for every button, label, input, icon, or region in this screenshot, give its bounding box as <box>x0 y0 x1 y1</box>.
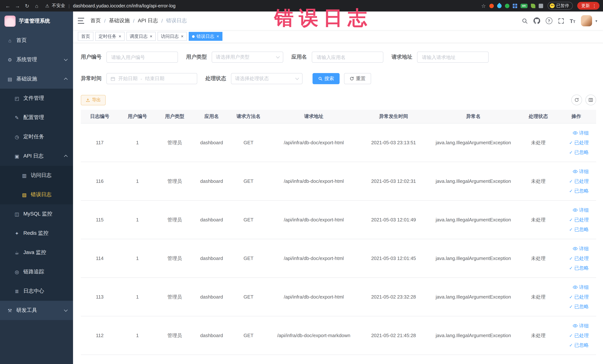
user-type-select[interactable]: 请选择用户类型 <box>212 52 283 63</box>
browser-profile-button[interactable]: 已暂停 <box>547 2 573 10</box>
sidebar-item-mysql-monitor[interactable]: ◫MySQL 监控 <box>0 204 73 224</box>
extension-icon-drop[interactable] <box>496 3 502 9</box>
table-row: 1161管理员dashboardGET/api/infra/db-doc/exp… <box>81 162 596 200</box>
row-action-detail[interactable]: 详细 <box>558 128 589 138</box>
tab-close-icon[interactable]: × <box>150 34 152 39</box>
security-warning-icon[interactable]: ⚠ <box>45 3 49 8</box>
app-logo-row[interactable]: 芋道管理系统 <box>0 12 73 31</box>
url-text[interactable]: dashboard.yudao.iocoder.cn/infra/log/api… <box>73 3 175 8</box>
browser-update-button[interactable]: 更新 ⋮ <box>577 2 600 10</box>
tab-close-icon[interactable]: × <box>217 34 219 39</box>
font-size-icon[interactable]: TT <box>570 18 575 23</box>
column-settings-button[interactable] <box>585 94 596 105</box>
sidebar-item-infrastructure[interactable]: ▤基础设施 <box>0 69 73 89</box>
row-action-detail[interactable]: 详细 <box>558 321 589 331</box>
user-id-input-field[interactable] <box>110 54 174 60</box>
row-action-ignore[interactable]: ✓已忽略 <box>558 186 589 196</box>
sidebar-item-config-manage[interactable]: ✎配置管理 <box>0 108 73 127</box>
extension-icon-orange[interactable] <box>489 3 494 8</box>
tab-close-icon[interactable]: × <box>119 34 121 39</box>
row-action-processed[interactable]: ✓已处理 <box>558 138 589 147</box>
breadcrumb-item[interactable]: API 日志 <box>138 17 158 24</box>
breadcrumb-item[interactable]: 基础设施 <box>109 17 130 24</box>
row-action-ignore[interactable]: ✓已忽略 <box>558 302 589 311</box>
avatar-caret-icon[interactable]: ▾ <box>595 19 597 23</box>
search-icon[interactable] <box>522 18 528 24</box>
extension-icon-leaf[interactable] <box>531 3 535 8</box>
browser-home-icon[interactable]: ⌂ <box>33 3 41 9</box>
tab-item[interactable]: 调度日志× <box>127 32 156 41</box>
tab-item[interactable]: 错误日志× <box>189 32 222 41</box>
sidebar-item-error-log[interactable]: ▧错误日志 <box>0 185 73 204</box>
tab-item[interactable]: 访问日志× <box>158 32 187 41</box>
extension-icon-grid[interactable] <box>512 3 517 8</box>
search-button[interactable]: 搜索 <box>313 73 340 84</box>
row-action-detail[interactable]: 详细 <box>558 205 589 215</box>
export-button[interactable]: 导出 <box>81 95 106 105</box>
row-action-ignore[interactable]: ✓已忽略 <box>558 263 589 273</box>
eye-icon <box>573 323 578 328</box>
bookmark-star-icon[interactable]: ☆ <box>481 3 486 9</box>
github-icon[interactable] <box>533 17 540 24</box>
reset-button[interactable]: 重置 <box>344 73 371 84</box>
request-url-input-field[interactable] <box>421 54 485 60</box>
row-action-detail[interactable]: 详细 <box>558 282 589 292</box>
row-action-ignore[interactable]: ✓已忽略 <box>558 224 589 234</box>
cell-user-id: 1 <box>119 278 156 316</box>
sidebar-item-redis-monitor[interactable]: ✦Redis 监控 <box>0 224 73 243</box>
request-url-input[interactable] <box>417 52 489 63</box>
sidebar-item-dev-tools[interactable]: ⚒研发工具 <box>0 301 73 320</box>
sidebar-item-label: API 日志 <box>23 153 44 159</box>
fullscreen-icon[interactable] <box>558 18 564 24</box>
browser-menu-icon[interactable]: ⋮ <box>592 3 596 8</box>
row-action-processed[interactable]: ✓已处理 <box>558 215 589 224</box>
row-action-processed[interactable]: ✓已处理 <box>558 254 589 263</box>
sidebar-item-system-gear[interactable]: ⚙系统管理 <box>0 50 73 69</box>
tab-item[interactable]: 首页 <box>78 32 93 41</box>
sidebar-item-access-log[interactable]: ▥访问日志 <box>0 166 73 185</box>
sidebar-item-log-center[interactable]: ≣日志中心 <box>0 282 73 301</box>
column-header: 处理状态 <box>520 110 557 123</box>
browser-forward-icon[interactable]: → <box>13 3 22 9</box>
sidebar-item-file-manage[interactable]: ◰文件管理 <box>0 89 73 108</box>
sidebar-item-api-log[interactable]: ▣API 日志 <box>0 146 73 166</box>
row-action-processed[interactable]: ✓已处理 <box>558 292 589 302</box>
row-action-ignore[interactable]: ✓已忽略 <box>558 340 589 350</box>
row-action-processed[interactable]: ✓已处理 <box>558 176 589 186</box>
sidebar-item-trace[interactable]: ◎链路追踪 <box>0 262 73 282</box>
check-icon: ✓ <box>569 224 573 234</box>
tab-close-icon[interactable]: × <box>181 34 184 39</box>
cell-status: 未处理 <box>520 316 557 355</box>
sidebar-item-home[interactable]: ⌂首页 <box>0 31 73 50</box>
user-id-input[interactable] <box>106 52 178 63</box>
process-status-select[interactable]: 请选择处理状态 <box>231 73 302 84</box>
sidebar-item-java-monitor[interactable]: ☕Java 监控 <box>0 243 73 262</box>
hamburger-icon[interactable] <box>78 18 84 24</box>
exception-time-range-picker[interactable]: 开始日期 - 结束日期 <box>106 73 197 84</box>
address-bar[interactable]: ⚠ 不安全 | dashboard.yudao.iocoder.cn/infra… <box>45 3 477 9</box>
extension-icon-on-badge[interactable]: on <box>520 3 527 8</box>
end-date-placeholder[interactable]: 结束日期 <box>145 75 164 82</box>
redis-monitor-icon: ✦ <box>14 231 20 236</box>
row-action-detail[interactable]: 详细 <box>558 167 589 176</box>
sidebar-item-scheduled-task[interactable]: ◷定时任务 <box>0 127 73 146</box>
browser-back-icon[interactable]: ← <box>4 3 12 9</box>
row-action-processed[interactable]: ✓已处理 <box>558 331 589 340</box>
extension-icon-teal[interactable] <box>505 3 509 8</box>
search-icon <box>318 76 323 81</box>
browser-reload-icon[interactable]: ↻ <box>23 3 31 9</box>
app-name-input[interactable] <box>312 52 383 63</box>
breadcrumb-item: 错误日志 <box>166 17 187 24</box>
row-action-ignore[interactable]: ✓已忽略 <box>558 147 589 157</box>
extensions-puzzle-icon[interactable] <box>538 3 543 8</box>
breadcrumb-item[interactable]: 首页 <box>91 17 101 24</box>
cell-status: 未处理 <box>520 123 557 162</box>
tab-item[interactable]: 定时任务× <box>95 32 125 41</box>
cell-exception: java.lang.IllegalArgumentException <box>427 278 520 316</box>
help-icon[interactable]: ? <box>545 17 552 24</box>
table-refresh-button[interactable] <box>571 94 582 105</box>
start-date-placeholder[interactable]: 开始日期 <box>118 75 138 82</box>
app-name-input-field[interactable] <box>316 54 379 60</box>
row-action-detail[interactable]: 详细 <box>558 244 589 254</box>
user-avatar[interactable] <box>581 15 592 26</box>
